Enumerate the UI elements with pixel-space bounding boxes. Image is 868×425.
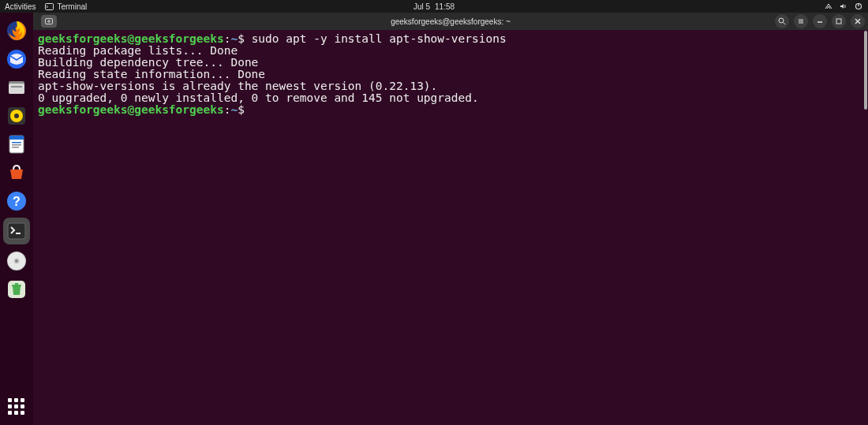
minimize-button[interactable] [813,14,827,28]
svg-rect-6 [9,84,24,94]
svg-rect-36 [836,19,841,24]
search-icon [778,17,786,25]
terminal-body[interactable]: geeksforgeeks@geeksforgeeks:~$ sudo apt … [33,30,868,425]
trash-icon[interactable] [5,278,28,301]
prompt-user: geeksforgeeks@geeksforgeeks [38,32,224,45]
volume-icon [840,2,847,10]
software-center-icon[interactable] [5,161,28,185]
files-icon[interactable] [5,76,28,99]
activities-button[interactable]: Activities [5,2,36,11]
menu-button[interactable] [794,14,808,28]
top-bar: Activities Terminal Jul 5 11:58 [0,0,868,13]
firefox-icon[interactable] [5,19,28,43]
output-line: 0 upgraded, 0 newly installed, 0 to remo… [38,92,863,104]
close-icon [854,17,862,25]
terminal-icon[interactable] [3,218,30,244]
terminal-menu[interactable]: Terminal [45,2,87,11]
svg-point-10 [14,114,19,118]
svg-rect-15 [12,147,19,148]
rhythmbox-icon[interactable] [5,104,28,128]
command-text: sudo apt -y install apt-show-versions [252,32,507,45]
output-line: Building dependency tree... Done [38,57,863,69]
maximize-icon [835,17,843,25]
network-icon [824,2,833,10]
clock[interactable]: Jul 5 11:58 [413,2,455,11]
output-line: apt-show-versions is already the newest … [38,80,863,92]
prompt-line-2: geeksforgeeks@geeksforgeeks:~$ [38,104,863,116]
maximize-button[interactable] [832,14,846,28]
thunderbird-icon[interactable] [5,47,28,71]
date-label: Jul 5 [413,2,430,11]
terminal-menu-label: Terminal [57,2,87,11]
disc-icon[interactable] [5,249,28,273]
svg-rect-25 [12,285,21,287]
svg-rect-12 [9,136,24,140]
status-area[interactable] [824,2,863,10]
svg-text:?: ? [13,195,21,208]
svg-point-23 [15,259,18,263]
svg-rect-7 [11,86,22,88]
svg-point-30 [779,18,784,23]
terminal-window: geeksforgeeks@geeksforgeeks: ~ geeksforg… [33,13,868,425]
titlebar: geeksforgeeks@geeksforgeeks: ~ [33,13,868,30]
output-line: Reading package lists... Done [38,45,863,57]
scrollbar-thumb[interactable] [864,31,867,110]
svg-line-31 [784,23,786,25]
svg-rect-0 [46,3,54,9]
window-title: geeksforgeeks@geeksforgeeks: ~ [391,17,511,26]
scrollbar[interactable] [863,30,868,425]
power-icon [854,2,863,10]
close-button[interactable] [851,14,865,28]
minimize-icon [816,17,824,25]
terminal-topbar-icon [45,3,54,10]
new-tab-button[interactable] [41,15,57,28]
svg-rect-14 [12,144,21,146]
dock: ? [0,13,33,425]
svg-rect-13 [12,142,21,144]
search-button[interactable] [775,14,789,28]
prompt-line-1: geeksforgeeks@geeksforgeeks:~$ sudo apt … [38,33,863,45]
hamburger-icon [797,17,805,25]
svg-rect-26 [15,283,18,285]
libreoffice-writer-icon[interactable] [5,132,28,156]
svg-rect-18 [8,223,25,239]
time-label: 11:58 [435,2,455,11]
show-applications-icon[interactable] [8,398,25,416]
output-line: Reading state information... Done [38,69,863,80]
help-icon[interactable]: ? [5,189,28,213]
prompt-path: ~ [230,32,238,45]
